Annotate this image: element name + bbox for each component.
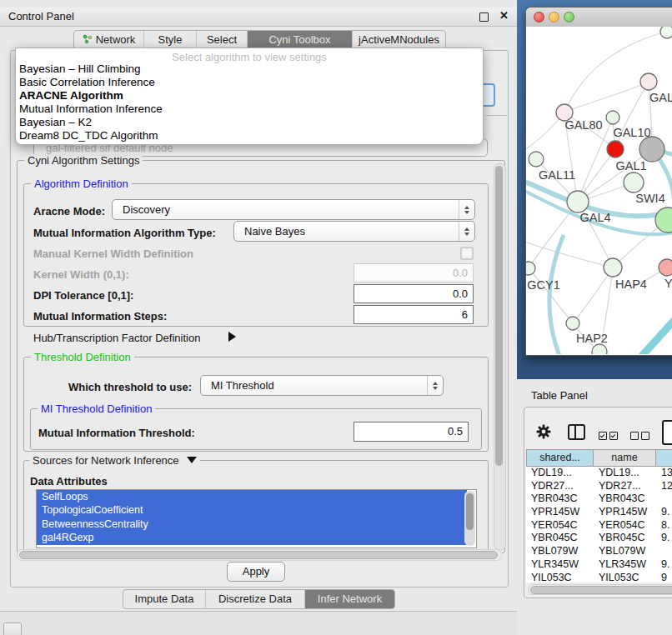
table-row[interactable]: YLR345WYLR345W9. <box>526 558 672 572</box>
kernel-width-input[interactable]: 0.0 <box>354 263 474 282</box>
column-view-icon[interactable] <box>568 424 585 440</box>
table-cell[interactable]: YDL19... <box>594 467 656 480</box>
algorithm-option[interactable]: Bayesian – Hill Climbing <box>16 62 483 76</box>
minimize-traffic-light[interactable] <box>549 12 559 22</box>
tab-select[interactable]: Select <box>197 31 248 49</box>
network-node[interactable] <box>655 208 672 232</box>
data-attributes-list[interactable]: SelfLoopsTopologicalCoefficientBetweenne… <box>36 489 477 548</box>
network-node[interactable] <box>567 191 589 212</box>
tab-jactivemnodules[interactable]: jActiveMNodules <box>353 31 445 49</box>
table-cell[interactable]: YLR345W <box>594 558 656 572</box>
tab-style[interactable]: Style <box>144 31 197 49</box>
network-node[interactable] <box>624 172 644 192</box>
gear-icon[interactable] <box>536 424 551 439</box>
node-table[interactable]: shared...name YDL19...YDL19...13YDR27...… <box>526 449 672 582</box>
network-node[interactable] <box>526 262 535 275</box>
mi-steps-input[interactable]: 6 <box>354 305 474 324</box>
list-vertical-scrollbar[interactable] <box>464 491 475 546</box>
hub-definition-toggle[interactable]: Hub/Transcription Factor Definition <box>33 332 200 344</box>
table-cell[interactable]: 9 <box>656 572 672 583</box>
table-row[interactable]: YIL053CYIL053C9 <box>526 572 672 583</box>
export-table-icon[interactable] <box>662 420 672 445</box>
table-cell[interactable]: YBR043C <box>594 492 656 506</box>
settings-vertical-scrollbar[interactable] <box>494 163 506 550</box>
table-cell[interactable]: YPR145W <box>526 506 594 519</box>
network-titlebar[interactable] <box>526 8 672 28</box>
close-icon[interactable]: ✕ <box>499 9 509 22</box>
table-row[interactable]: YBL079WYBL079W <box>526 545 672 558</box>
network-node[interactable] <box>659 259 672 276</box>
table-cell[interactable]: YER054C <box>594 519 656 532</box>
settings-horizontal-scrollbar[interactable] <box>17 549 502 561</box>
network-node[interactable] <box>640 73 657 90</box>
table-cell[interactable]: YDL19... <box>526 467 594 480</box>
algorithm-option[interactable]: Bayesian – K2 <box>16 116 483 129</box>
tab-impute-data[interactable]: Impute Data <box>123 590 206 608</box>
table-cell[interactable]: YDR27... <box>594 480 656 493</box>
network-canvas[interactable]: GALGAL80GAL10GAL1GAL11SWI4GAL4GCY1HAP4YH… <box>526 27 672 354</box>
network-node[interactable] <box>566 317 579 330</box>
attribute-option[interactable]: BetweennessCentrality <box>37 518 467 531</box>
dpi-tolerance-input[interactable]: 0.0 <box>354 284 474 303</box>
tab-discretize-data[interactable]: Discretize Data <box>206 590 305 608</box>
network-node[interactable] <box>606 111 619 124</box>
network-node[interactable] <box>607 141 624 158</box>
table-cell[interactable]: YPR145W <box>594 506 656 519</box>
tab-cyni-toolbox[interactable]: Cyni Toolbox <box>248 31 353 49</box>
table-cell[interactable]: YIL053C <box>526 572 594 583</box>
network-window[interactable]: GALGAL80GAL10GAL1GAL11SWI4GAL4GCY1HAP4YH… <box>525 7 672 356</box>
float-window-icon[interactable] <box>479 12 489 22</box>
table-row[interactable]: YPR145WYPR145W9. <box>526 506 672 519</box>
network-node[interactable] <box>604 258 622 277</box>
attribute-option[interactable]: gal4RGexp <box>37 531 467 544</box>
attribute-option[interactable]: SelfLoops <box>37 490 467 503</box>
manual-kernel-checkbox[interactable] <box>460 247 474 260</box>
close-traffic-light[interactable] <box>534 12 544 22</box>
table-header-cell[interactable] <box>656 449 672 467</box>
network-node[interactable] <box>529 152 544 167</box>
algorithm-option[interactable]: Mutual Information Inference <box>16 102 483 116</box>
tab-network[interactable]: Network <box>74 31 144 49</box>
table-cell[interactable]: YBL079W <box>526 545 594 558</box>
table-cell[interactable]: YBR045C <box>526 532 594 545</box>
table-cell[interactable] <box>656 545 672 558</box>
mi-threshold-input[interactable]: 0.5 <box>354 422 469 442</box>
tab-infer-network[interactable]: Infer Network <box>305 590 394 608</box>
table-cell[interactable]: YIL053C <box>594 572 656 583</box>
table-cell[interactable]: 8. <box>656 519 672 532</box>
scrollbar-thumb[interactable] <box>495 166 503 466</box>
collapse-down-icon[interactable] <box>187 457 197 463</box>
deselect-all-icon[interactable] <box>630 428 652 443</box>
table-row[interactable]: YER054CYER054C8. <box>526 519 672 532</box>
table-cell[interactable]: 12 <box>656 480 672 493</box>
sources-group-title[interactable]: Sources for Network Inference <box>29 454 200 467</box>
table-row[interactable]: YDR27...YDR27...12 <box>526 480 672 493</box>
table-cell[interactable]: YER054C <box>526 519 594 532</box>
algorithm-dropdown[interactable]: Select algorithm to view settings Infere… <box>15 48 484 145</box>
scrollbar-thumb[interactable] <box>19 551 498 559</box>
attribute-option[interactable]: TopologicalCoefficient <box>37 503 467 517</box>
algorithm-option[interactable]: Basic Correlation Inference <box>16 76 483 89</box>
dock-icon[interactable] <box>3 622 22 635</box>
table-cell[interactable]: YLR345W <box>526 558 594 572</box>
network-node[interactable] <box>660 27 672 38</box>
table-cell[interactable]: 9. <box>656 532 672 545</box>
table-cell[interactable]: YBL079W <box>594 545 656 558</box>
table-cell[interactable]: 13 <box>656 467 672 480</box>
table-header-cell[interactable]: name <box>594 449 656 467</box>
network-node[interactable] <box>639 137 664 162</box>
table-horizontal-scrollbar[interactable] <box>528 584 672 595</box>
table-cell[interactable]: YBR045C <box>594 532 656 545</box>
which-threshold-select[interactable]: MI Threshold <box>200 375 444 396</box>
zoom-traffic-light[interactable] <box>564 12 574 22</box>
table-row[interactable]: YBR043CYBR043C <box>526 492 672 506</box>
network-node[interactable] <box>592 344 607 354</box>
scrollbar-thumb[interactable] <box>530 586 672 594</box>
algorithm-option[interactable]: ARACNE Algorithm <box>16 89 483 102</box>
algorithm-option[interactable]: Dream8 DC_TDC Algorithm <box>16 129 483 142</box>
aracne-mode-select[interactable]: Discovery <box>112 199 475 220</box>
table-header-cell[interactable]: shared... <box>526 449 594 467</box>
table-cell[interactable] <box>656 492 672 506</box>
table-cell[interactable]: 9. <box>656 506 672 519</box>
table-row[interactable]: YDL19...YDL19...13 <box>526 467 672 480</box>
